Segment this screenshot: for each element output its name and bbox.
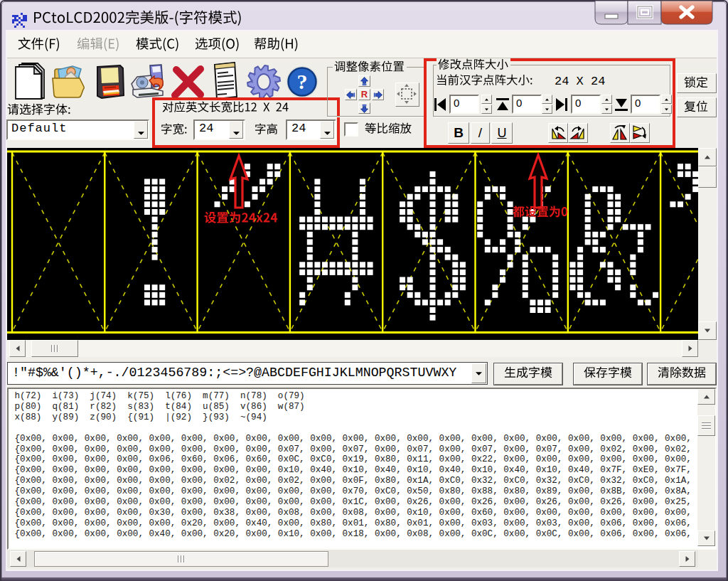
svg-text:?: ? bbox=[297, 70, 308, 93]
